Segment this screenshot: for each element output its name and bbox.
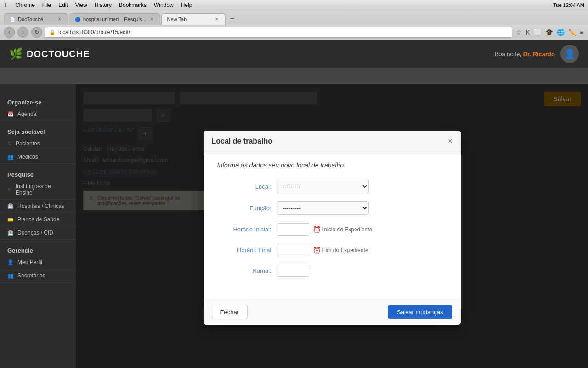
- menubar-right: Tue 12:04 AM: [553, 2, 584, 8]
- mac-menubar:  Chrome File Edit View History Bookmark…: [0, 0, 588, 10]
- address-bar[interactable]: 🔒 localhost:8000/profile/15/edit/: [45, 27, 512, 38]
- tab-favicon-1: 📄: [10, 17, 15, 22]
- tab-hospital[interactable]: 🔵 hospital unimed – Pesquis... ×: [69, 13, 160, 25]
- sidebar-item-pacientes[interactable]: ♡ Pacientes: [0, 137, 76, 150]
- tab-close-1[interactable]: ×: [57, 16, 62, 23]
- main-content: Salvar + – ARARANGUA / SC + Celular:: [76, 84, 588, 368]
- time-display: Tue 12:04 AM: [553, 2, 584, 8]
- fim-expediente-note: ⏰ Fim do Expediente: [313, 247, 368, 254]
- logo-area: 🌿 DOCTOUCHE: [9, 47, 90, 60]
- input-horario-final[interactable]: [277, 244, 309, 256]
- browser-chrome: 📄 DocTouché × 🔵 hospital unimed – Pesqui…: [0, 10, 588, 40]
- address-bar-row: ‹ › ↻ 🔒 localhost:8000/profile/15/edit/ …: [0, 25, 588, 40]
- input-horario-inicial[interactable]: [277, 223, 309, 236]
- content-area: Organize-se 📅 Agenda Seja sociável ♡ Pac…: [0, 84, 588, 368]
- user-avatar[interactable]: 👤: [560, 45, 579, 63]
- menu-chrome[interactable]: Chrome: [15, 2, 35, 8]
- tab-newtab[interactable]: New Tab ×: [161, 13, 226, 25]
- menu-window[interactable]: Window: [154, 2, 174, 8]
- app-container: 🌿 DOCTOUCHE Boa noite, Dr. Ricardo 👤 Org…: [0, 40, 588, 368]
- sidebar-item-instituicoes[interactable]: ♡ Instituições de Ensino: [0, 180, 76, 200]
- menu-history[interactable]: History: [95, 2, 112, 8]
- star-icon[interactable]: ☆: [515, 28, 523, 37]
- sidebar-item-planos[interactable]: 💳 Planos de Saúde: [0, 213, 76, 226]
- back-button[interactable]: ‹: [4, 27, 15, 38]
- menu-file[interactable]: File: [42, 2, 51, 8]
- planos-icon: 💳: [7, 217, 14, 223]
- menu-edit[interactable]: Edit: [58, 2, 68, 8]
- form-row-local: Local: ---------: [217, 180, 447, 193]
- label-local: Local:: [217, 183, 277, 190]
- form-row-ramal: Ramal:: [217, 264, 447, 277]
- sidebar-item-meu-perfil[interactable]: 👤 Meu Perfil: [0, 256, 76, 269]
- form-control-ramal: [277, 264, 447, 277]
- menu-icon[interactable]: ≡: [579, 28, 584, 37]
- extension-icon-1[interactable]: K: [525, 28, 531, 37]
- label-horario-inicial: Horário Inicial:: [217, 226, 277, 233]
- lock-icon: 🔒: [49, 29, 56, 35]
- label-ramal: Ramal:: [217, 267, 277, 274]
- agenda-label: Agenda: [17, 111, 36, 117]
- form-control-horario-inicial: ⏰ Início do Expediente: [277, 223, 447, 236]
- forward-button[interactable]: ›: [17, 27, 28, 38]
- modal-title: Local de trabalho: [212, 137, 272, 145]
- inicio-expediente-label: Início do Expediente: [322, 226, 373, 233]
- menu-bookmarks[interactable]: Bookmarks: [119, 2, 147, 8]
- greeting-text: Boa noite, Dr. Ricardo: [494, 51, 555, 58]
- menu-help[interactable]: Help: [181, 2, 192, 8]
- sidebar-section-gerencie: Gerencie: [0, 243, 76, 256]
- modal-body: Informe os dados seu novo local de traba…: [204, 152, 461, 299]
- agenda-icon: 📅: [7, 111, 14, 117]
- sidebar-item-medicos[interactable]: 👥 Médicos: [0, 150, 76, 164]
- tab-close-2[interactable]: ×: [149, 16, 154, 23]
- select-funcao[interactable]: ---------: [277, 201, 369, 215]
- inicio-expediente-note: ⏰ Início do Expediente: [313, 226, 373, 233]
- form-control-horario-final: ⏰ Fim do Expediente: [277, 244, 447, 256]
- username-text: Dr. Ricardo: [523, 51, 555, 58]
- tab-close-3[interactable]: ×: [215, 16, 220, 23]
- tab-doctouche[interactable]: 📄 DocTouché ×: [4, 13, 68, 25]
- label-horario-final: Horário Final: [217, 247, 277, 253]
- sidebar-section-pesquise: Pesquise: [0, 167, 76, 180]
- apple-logo[interactable]: : [4, 1, 6, 9]
- form-control-local: ---------: [277, 180, 447, 193]
- menu-view[interactable]: View: [75, 2, 87, 8]
- input-ramal[interactable]: [277, 264, 309, 277]
- form-row-horario-inicial: Horário Inicial: ⏰ Início do Expediente: [217, 223, 447, 236]
- tab-title-1: DocTouché: [18, 17, 54, 22]
- extension-icon-2[interactable]: ⬜: [533, 28, 543, 37]
- instituicoes-icon: ♡: [7, 187, 12, 193]
- fim-expediente-label: Fim do Expediente: [322, 247, 368, 253]
- form-control-funcao: ---------: [277, 201, 447, 215]
- planos-label: Planos de Saúde: [17, 216, 59, 223]
- modal-fechar-button[interactable]: Fechar: [212, 305, 248, 319]
- clock-icon-2: ⏰: [313, 247, 321, 254]
- extension-icon-4[interactable]: 🌐: [556, 28, 565, 37]
- extension-icon-3[interactable]: 🎓: [544, 28, 554, 37]
- sidebar: Organize-se 📅 Agenda Seja sociável ♡ Pac…: [0, 84, 76, 368]
- sidebar-item-doencas[interactable]: 🏥 Doenças / CID: [0, 226, 76, 240]
- hospitais-icon: 🏥: [7, 203, 14, 209]
- form-row-horario-final: Horário Final ⏰ Fim do Expediente: [217, 244, 447, 256]
- reload-button[interactable]: ↻: [31, 27, 42, 38]
- app-header: 🌿 DOCTOUCHE Boa noite, Dr. Ricardo 👤: [0, 40, 588, 68]
- modal-close-button[interactable]: ×: [448, 138, 452, 145]
- new-tab-button[interactable]: +: [226, 13, 238, 25]
- secretarias-icon: 👥: [7, 273, 14, 279]
- modal-description: Informe os dados seu novo local de traba…: [217, 161, 447, 169]
- pacientes-icon: ♡: [7, 141, 12, 147]
- url-text: localhost:8000/profile/15/edit/: [58, 29, 130, 35]
- extension-icon-5[interactable]: ✏️: [567, 28, 577, 37]
- sidebar-item-hospitais[interactable]: 🏥 Hospitais / Clínicas: [0, 200, 76, 213]
- clock-icon-1: ⏰: [313, 226, 321, 233]
- secretarias-label: Secretárias: [17, 272, 45, 279]
- medicos-icon: 👥: [7, 154, 14, 160]
- modal-salvar-button[interactable]: Salvar mudanças: [388, 305, 452, 319]
- select-local[interactable]: ---------: [277, 180, 369, 193]
- doencas-label: Doenças / CID: [17, 230, 53, 236]
- sidebar-item-agenda[interactable]: 📅 Agenda: [0, 108, 76, 121]
- sidebar-section-social: Seja sociável: [0, 125, 76, 137]
- instituicoes-label: Instituições de Ensino: [16, 183, 68, 196]
- label-funcao: Função:: [217, 205, 277, 212]
- sidebar-item-secretarias[interactable]: 👥 Secretárias: [0, 269, 76, 282]
